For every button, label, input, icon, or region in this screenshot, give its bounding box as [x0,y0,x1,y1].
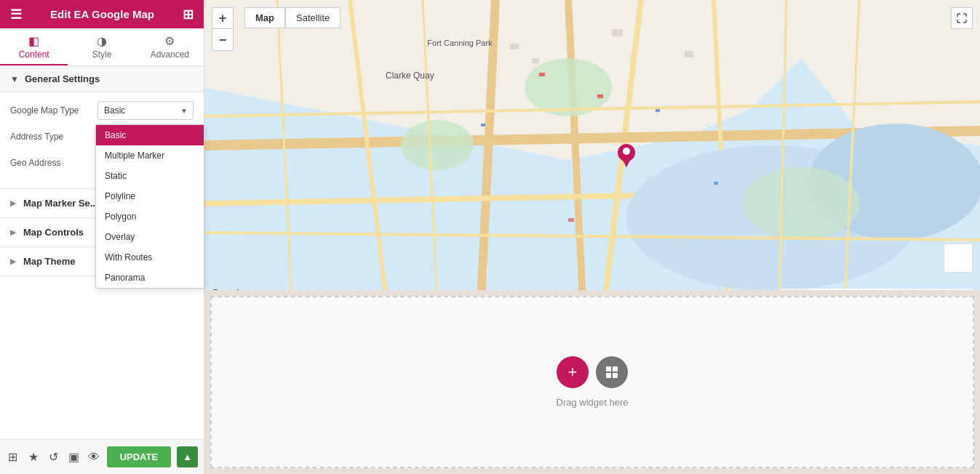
google-map-type-row: Google Map Type Basic Multiple Marker St… [10,101,194,120]
content-tab-icon: ◧ [28,34,39,48]
map-type-buttons: Map Satellite [244,7,340,28]
google-logo: Google [212,287,244,290]
tab-content[interactable]: ◧ Content [0,28,68,65]
panel-body: ▼ General Settings Google Map Type Basic… [0,66,204,439]
google-map-type-control: Basic Multiple Marker Static Polyline Po… [97,101,194,120]
tab-style-label: Style [92,49,112,60]
dropdown-item-polyline[interactable]: Polyline [96,186,204,206]
map-type-satellite-btn[interactable]: Satellite [285,7,340,28]
address-type-label: Address Type [10,132,97,142]
svg-point-14 [743,167,859,240]
dropdown-item-panorama[interactable]: Panorama [96,268,204,288]
svg-rect-30 [481,124,485,126]
fullscreen-button[interactable] [951,7,973,29]
bottom-bar: ⊞ ★ ↺ ▣ 👁 UPDATE ▲ [0,439,204,474]
dropdown-item-multiple-marker[interactable]: Multiple Marker [96,145,204,166]
svg-rect-32 [568,218,574,222]
tab-content-label: Content [19,49,49,60]
svg-point-27 [623,148,630,155]
general-settings-chevron: ▼ [10,74,19,84]
star-icon-btn[interactable]: ★ [26,446,41,469]
right-panel: Fort Canning Park Clarke Quay + − Map Sa… [204,0,980,474]
layers-icon-btn[interactable]: ⊞ [6,446,20,469]
svg-rect-35 [613,366,618,371]
tab-advanced-label: Advanced [151,49,189,60]
google-map-type-select[interactable]: Basic Multiple Marker Static Polyline Po… [97,101,194,120]
dropdown-overlay: Basic Multiple Marker Static Polyline Po… [95,124,204,289]
zoom-out-button[interactable]: − [212,29,234,51]
dropdown-item-with-routes[interactable]: With Routes [96,247,204,268]
drag-area: + Drag widget here [210,296,974,468]
svg-rect-31 [656,109,660,112]
hamburger-icon[interactable]: ☰ [10,7,22,23]
map-type-map-btn[interactable]: Map [244,7,285,28]
tab-style[interactable]: ◑ Style [68,28,135,65]
google-map-type-select-wrapper: Basic Multiple Marker Static Polyline Po… [97,101,194,120]
map-container: Fort Canning Park Clarke Quay + − Map Sa… [204,0,980,290]
dropdown-item-overlay[interactable]: Overlay [96,227,204,247]
dropdown-item-basic[interactable]: Basic [96,125,204,145]
update-arrow-button[interactable]: ▲ [177,446,198,467]
map-marker-title: Map Marker Se... [23,198,98,209]
style-tab-icon: ◑ [97,34,107,48]
map-theme-title: Map Theme [23,256,76,267]
map-theme-chevron-icon: ▶ [10,257,16,266]
map-marker-chevron-icon: ▶ [10,198,16,208]
monitor-icon-btn[interactable]: ▣ [66,446,81,469]
grid-icon[interactable]: ⊞ [183,7,194,23]
dropdown-item-static[interactable]: Static [96,166,204,186]
tab-advanced[interactable]: ⚙ Advanced [136,28,204,65]
svg-rect-37 [613,373,618,378]
advanced-tab-icon: ⚙ [164,34,175,48]
zoom-in-button[interactable]: + [212,7,234,29]
panel-header: ☰ Edit EA Google Map ⊞ [0,0,204,28]
general-settings-header[interactable]: ▼ General Settings [0,66,204,92]
svg-rect-34 [606,366,611,371]
geo-address-label: Geo Address [10,158,97,168]
map-controls-title: Map Controls [23,227,84,238]
map-scale-value: 500 m [817,289,837,290]
svg-rect-36 [606,373,611,378]
panel-title: Edit EA Google Map [22,8,183,20]
add-widget-button[interactable]: + [557,356,589,388]
map-scale: 500 m | Terms of Use [814,289,893,290]
svg-rect-24 [685,51,693,57]
update-button[interactable]: UPDATE [107,446,171,467]
svg-rect-28 [539,73,545,76]
map-terms: Terms of Use [847,289,890,290]
svg-rect-21 [510,44,519,49]
map-svg [204,0,980,290]
svg-rect-29 [597,95,603,98]
refresh-icon-btn[interactable]: ↺ [46,446,60,469]
dropdown-item-polygon[interactable]: Polygon [96,206,204,227]
map-controls-chevron-icon: ▶ [10,228,16,237]
drag-widget-text: Drag widget here [557,397,629,408]
map-background: Fort Canning Park Clarke Quay + − Map Sa… [204,0,980,290]
general-settings-title: General Settings [25,73,100,84]
panel-tabs: ◧ Content ◑ Style ⚙ Advanced [0,28,204,66]
map-white-box [944,244,973,273]
svg-rect-22 [532,58,539,63]
svg-rect-23 [612,29,623,36]
google-map-type-label: Google Map Type [10,105,97,116]
left-panel: ☰ Edit EA Google Map ⊞ ◧ Content ◑ Style… [0,0,204,474]
svg-rect-33 [714,182,718,185]
widget-library-button[interactable] [596,356,628,388]
svg-point-13 [401,120,474,171]
drag-buttons: + [557,356,628,388]
map-zoom-controls: + − [212,7,234,51]
eye-icon-btn[interactable]: 👁 [87,446,101,469]
